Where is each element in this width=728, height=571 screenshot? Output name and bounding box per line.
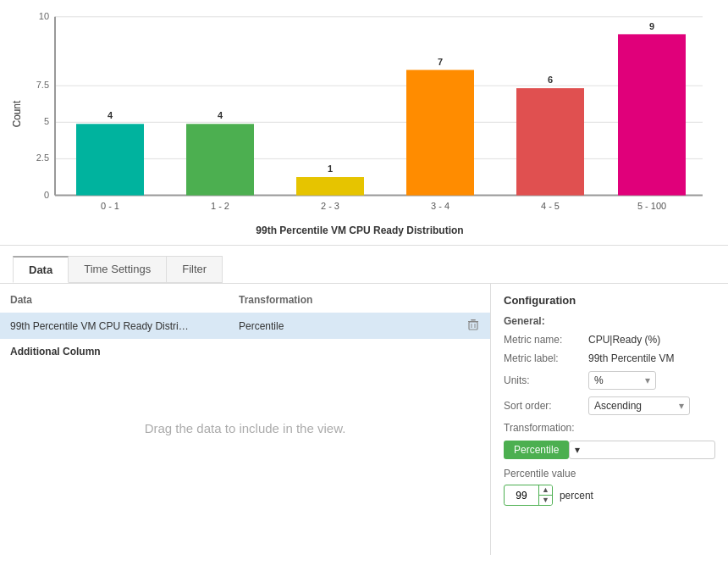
bar-1 <box>186 124 254 195</box>
sort-order-label: Sort order: <box>504 400 588 412</box>
y-tick-5: 5 <box>44 116 49 126</box>
config-title: Configuration <box>504 294 715 307</box>
sort-order-value: Ascending <box>594 400 642 412</box>
sort-order-select[interactable]: Ascending ▾ <box>588 396 690 415</box>
x-label-5: 5 - 100 <box>637 201 666 211</box>
metric-label-row: Metric label: 99th Percentile VM <box>504 352 715 364</box>
bar-label-5: 9 <box>649 21 654 31</box>
tab-data[interactable]: Data <box>13 256 69 283</box>
transformation-btn[interactable]: Percentile <box>504 441 569 459</box>
main-content: Data Transformation 99th Percentile VM C… <box>0 284 728 555</box>
drag-area: Drag the data to include in the view. <box>0 364 490 491</box>
x-label-4: 4 - 5 <box>541 201 560 211</box>
metric-label-label: Metric label: <box>504 352 588 364</box>
tab-filter[interactable]: Filter <box>166 256 223 283</box>
bar-label-0: 4 <box>108 110 113 120</box>
x-axis-title: 99th Percentile VM CPU Ready Distributio… <box>8 225 711 236</box>
transformation-label: Transformation: <box>504 422 588 434</box>
transformation-row: Transformation: <box>504 422 715 434</box>
y-tick-7-5: 7.5 <box>36 80 49 90</box>
metric-name-value: CPU|Ready (%) <box>588 334 660 346</box>
transformation-btn-row: Percentile ▾ <box>504 441 715 459</box>
bar-5 <box>618 34 686 195</box>
svg-rect-8 <box>471 319 476 321</box>
col-data-header: Data <box>10 294 239 306</box>
units-row: Units: % ▾ <box>504 371 715 390</box>
bar-label-4: 6 <box>548 75 553 85</box>
percentile-input-row: ▲ ▼ percent <box>504 485 715 506</box>
units-value: % <box>594 374 604 386</box>
tabs-container: Data Time Settings Filter <box>13 256 715 283</box>
y-tick-10: 10 <box>39 11 49 21</box>
x-label-3: 3 - 4 <box>431 201 449 211</box>
tabs-section: Data Time Settings Filter <box>0 246 728 284</box>
bar-0 <box>76 124 144 195</box>
bar-label-3: 7 <box>438 57 443 67</box>
stepper-buttons: ▲ ▼ <box>538 485 552 505</box>
left-panel: Data Transformation 99th Percentile VM C… <box>0 284 491 555</box>
percent-label: percent <box>560 490 593 502</box>
sort-order-chevron-icon: ▾ <box>679 400 684 412</box>
bar-3 <box>406 70 474 196</box>
bar-2 <box>296 177 364 196</box>
x-label-2: 2 - 3 <box>321 201 339 211</box>
x-label-1: 1 - 2 <box>211 201 229 211</box>
percentile-value-label: Percentile value <box>504 468 715 480</box>
y-tick-2-5: 2.5 <box>36 152 49 163</box>
y-axis-label-text: Count <box>11 100 23 127</box>
transformation-select[interactable]: ▾ <box>569 441 715 459</box>
bar-label-1: 4 <box>218 110 223 120</box>
delete-icon[interactable] <box>466 318 480 334</box>
additional-column-label: Additional Column <box>0 339 490 364</box>
svg-rect-9 <box>469 322 477 330</box>
metric-name-label: Metric name: <box>504 334 588 346</box>
data-row[interactable]: 99th Percentile VM CPU Ready Distri… Per… <box>0 313 490 339</box>
col-transform-header: Transformation <box>239 294 480 306</box>
percentile-input-box: ▲ ▼ <box>504 485 553 506</box>
bar-label-2: 1 <box>328 164 333 174</box>
percentile-input[interactable] <box>505 487 538 504</box>
sort-order-row: Sort order: Ascending ▾ <box>504 396 715 415</box>
right-panel: Configuration General: Metric name: CPU|… <box>491 284 728 555</box>
tab-time-settings[interactable]: Time Settings <box>68 256 167 283</box>
transform-col: Percentile <box>239 320 466 332</box>
data-col: 99th Percentile VM CPU Ready Distri… <box>10 320 239 332</box>
bar-4 <box>516 88 584 195</box>
stepper-down-btn[interactable]: ▼ <box>539 496 552 505</box>
units-chevron-icon: ▾ <box>645 374 650 386</box>
general-label: General: <box>504 315 715 327</box>
units-label: Units: <box>504 374 588 386</box>
x-label-0: 0 - 1 <box>101 201 119 211</box>
y-tick-0: 0 <box>44 190 49 200</box>
metric-label-value: 99th Percentile VM <box>588 352 674 364</box>
panel-header: Data Transformation <box>0 294 490 313</box>
chart-area: Count 0 2.5 5 7.5 10 4 0 - 1 <box>0 0 728 246</box>
stepper-up-btn[interactable]: ▲ <box>539 485 552 496</box>
metric-name-row: Metric name: CPU|Ready (%) <box>504 334 715 346</box>
units-select[interactable]: % ▾ <box>588 371 656 390</box>
transformation-select-chevron-icon: ▾ <box>575 444 580 456</box>
